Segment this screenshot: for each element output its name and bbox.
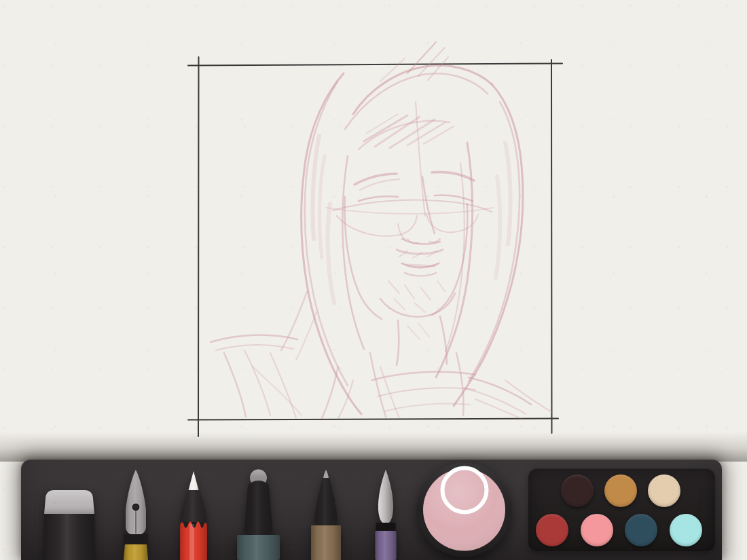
color-mixer-button[interactable] — [416, 462, 512, 560]
pen-tool-icon[interactable] — [309, 468, 343, 560]
brush-tool-icon[interactable] — [374, 468, 398, 560]
swatch-salmon-pink[interactable] — [581, 514, 613, 546]
eraser-tool-icon[interactable] — [42, 485, 99, 560]
swatch-ochre[interactable] — [604, 474, 637, 507]
swatch-light-cyan[interactable] — [670, 514, 702, 546]
marker-tool-icon[interactable] — [236, 468, 280, 560]
toolbar-tray — [21, 460, 722, 560]
swatch-brick-red[interactable] — [536, 514, 568, 546]
pencil-portrait — [211, 42, 553, 418]
swatch-dark-brown[interactable] — [561, 474, 594, 507]
app-window — [0, 0, 747, 560]
swatch-cream[interactable] — [648, 474, 680, 507]
fountain-pen-tool-icon[interactable] — [115, 468, 156, 560]
swatch-slate-blue[interactable] — [625, 514, 657, 546]
pencil-tool-icon[interactable] — [178, 468, 209, 560]
color-palette — [528, 468, 715, 551]
